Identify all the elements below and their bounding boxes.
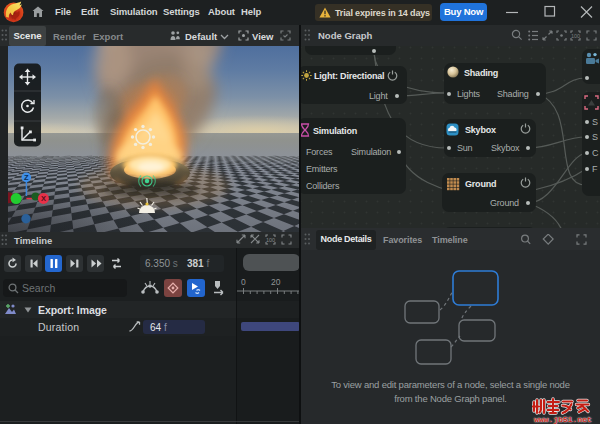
svg-text:100: 100 (266, 237, 275, 243)
svg-text:100: 100 (571, 33, 580, 39)
svg-text:X: X (41, 194, 46, 203)
svg-text:Z: Z (24, 173, 29, 182)
svg-text:www.jb51.net: www.jb51.net (534, 415, 592, 424)
